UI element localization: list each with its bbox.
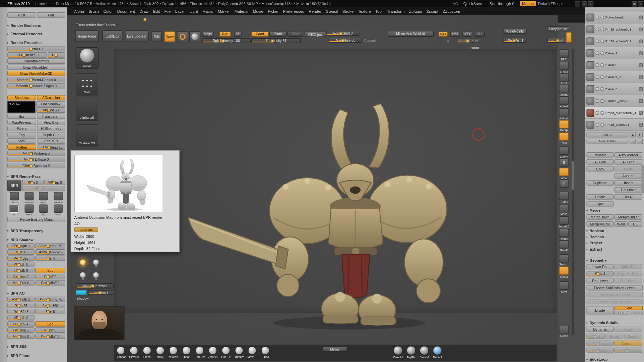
light-intensity-slider[interactable]: Intensity 3.72529 bbox=[76, 283, 114, 289]
autoreorder-button[interactable]: AutoReorder bbox=[615, 152, 642, 158]
dynamic-button[interactable]: Dynamic bbox=[586, 327, 614, 332]
mergevisible-button[interactable]: MergeVisible bbox=[586, 221, 614, 227]
collapse-right-icon[interactable]: › bbox=[588, 1, 593, 7]
polyframe-icon[interactable] bbox=[559, 240, 569, 249]
quicksave-button[interactable]: QuickSave bbox=[463, 1, 482, 6]
rename-button[interactable]: Rename bbox=[586, 152, 614, 158]
menu-item[interactable]: Stencil bbox=[324, 9, 340, 13]
exp-slider[interactable]: Exp 1 bbox=[48, 52, 65, 58]
renderpass-toggle[interactable]: Shaded bbox=[22, 192, 36, 204]
solo-icon[interactable] bbox=[559, 281, 569, 290]
param-slider[interactable]: Angle 8.66825 bbox=[35, 249, 65, 255]
renderpass-toggle[interactable]: Sss bbox=[37, 204, 51, 216]
section-bpr-shadow[interactable]: ▸BPR Shadow bbox=[7, 237, 65, 242]
shelf-move[interactable]: Move bbox=[557, 204, 571, 215]
renderpass-toggle[interactable]: Shadow bbox=[52, 192, 65, 204]
shelf-polyf[interactable]: PolyF bbox=[557, 240, 571, 252]
details-slider[interactable]: Details 3 bbox=[7, 46, 65, 51]
eye-icon[interactable] bbox=[595, 87, 599, 91]
renderpass-thumbnail-icon[interactable] bbox=[24, 204, 34, 213]
menu-item[interactable]: Tool bbox=[373, 9, 385, 13]
shelf-bpr[interactable]: BPR bbox=[557, 49, 571, 61]
polypaint-eye-icon[interactable] bbox=[600, 99, 604, 103]
xyz-symmetry-icon[interactable] bbox=[559, 168, 569, 176]
eye-icon[interactable] bbox=[595, 63, 599, 67]
menu-item[interactable]: Zplugin bbox=[407, 9, 425, 13]
shelf-xpose[interactable]: Xpose bbox=[557, 326, 571, 337]
param-slider[interactable]: LDepth 0 bbox=[7, 268, 35, 273]
divide-button[interactable]: Divide bbox=[586, 306, 614, 315]
local-symmetry-icon[interactable] bbox=[559, 147, 569, 155]
smooth-enhance-slider[interactable]: Smooth Enhance Edges 0 bbox=[7, 83, 65, 89]
shelf-brush-button[interactable]: Move T bbox=[246, 346, 258, 358]
canvas-scroll-handle[interactable] bbox=[471, 47, 479, 49]
subtool-item[interactable]: Pm3d_cylinder3d2_1 bbox=[585, 107, 644, 119]
subtool-option-icon[interactable] bbox=[639, 87, 643, 91]
flatsubdiv-slider[interactable]: FlatSubdiv bbox=[586, 348, 614, 353]
vibrant-slider[interactable]: Vibrant 50 bbox=[36, 107, 65, 113]
param-slider[interactable]: GStrength 0.75 bbox=[35, 297, 65, 302]
transparent-button[interactable]: Transparent bbox=[37, 113, 65, 119]
mirror-indicator-button[interactable]: Mirror bbox=[322, 346, 347, 352]
param-slider[interactable]: Rays 12 bbox=[7, 249, 35, 255]
mirror-axis-z-button[interactable]: >Z< bbox=[462, 32, 472, 37]
subtool-option-icon[interactable] bbox=[639, 39, 643, 43]
param-slider[interactable]: Rays 25 bbox=[7, 303, 35, 308]
shelf-zoom3d[interactable]: Zoom3D bbox=[557, 216, 571, 228]
polypaint-eye-icon[interactable] bbox=[600, 63, 604, 67]
del-higher-button[interactable]: Del Higher bbox=[615, 278, 642, 283]
subtool-item[interactable]: Polysphere1 bbox=[585, 11, 644, 23]
menu-item[interactable]: Texture bbox=[356, 9, 373, 13]
section-render-booleans[interactable]: ▸Render Booleans bbox=[7, 23, 65, 28]
draw-size-slider[interactable]: Draw Size 60 bbox=[329, 38, 362, 43]
uv-button[interactable]: Uv bbox=[628, 221, 642, 227]
lazymouse-button[interactable]: LazyMouse bbox=[547, 26, 569, 31]
menu-item[interactable]: Draw bbox=[137, 9, 151, 13]
zoom-icon[interactable] bbox=[559, 85, 569, 93]
section-edgeloop[interactable]: ▸EdgeLoop bbox=[586, 357, 643, 361]
polypaint-eye-icon[interactable] bbox=[600, 111, 604, 114]
shelf-lsym[interactable]: L.Sym bbox=[557, 147, 571, 158]
shelf-brush-button[interactable]: TrimDy bbox=[233, 346, 245, 358]
shadow-color-swatch[interactable]: S Color bbox=[7, 101, 35, 113]
draw-mode-button[interactable]: Draw bbox=[164, 31, 175, 42]
reuse-existing-maps-button[interactable]: Reuse Existing Maps bbox=[7, 217, 65, 222]
all-low-button[interactable]: All Low bbox=[586, 159, 614, 165]
shelf-material-button[interactable]: BasicM bbox=[392, 346, 404, 359]
section-bpr-filters[interactable]: ▸BPR Filters bbox=[7, 353, 65, 358]
shelf-material-button[interactable]: ToyPla bbox=[405, 346, 417, 359]
canvas-scrollbar-thumb[interactable] bbox=[572, 161, 574, 190]
subtool-item[interactable]: Extract3_copy1 bbox=[585, 95, 644, 107]
shelf-updown[interactable]: ⇅ bbox=[557, 158, 571, 167]
section-boolean[interactable]: ▸Boolean bbox=[586, 228, 643, 233]
menu-item[interactable]: Preferences bbox=[281, 9, 306, 13]
param-slider[interactable]: FStrength 1 bbox=[7, 243, 35, 249]
qgrid-slider[interactable]: QGrid bbox=[586, 333, 604, 339]
subtool-item[interactable]: Pm3d_sphere3d1 bbox=[585, 23, 644, 36]
bpr-icon[interactable] bbox=[559, 49, 569, 58]
subtool-option-icon[interactable] bbox=[639, 28, 643, 31]
ambient-slider[interactable]: Ambient 3 bbox=[88, 290, 114, 295]
renderpass-thumbnail-icon[interactable] bbox=[54, 192, 63, 201]
mirror-axis-m-button[interactable]: M< bbox=[475, 32, 485, 37]
menu-item[interactable]: Material bbox=[232, 9, 251, 13]
section-geometry[interactable]: ▸Geometry bbox=[586, 258, 643, 262]
shelf-persp[interactable]: Persp bbox=[557, 120, 571, 132]
section-bpr-renderpass[interactable]: ▸BPR RenderPass bbox=[7, 174, 65, 179]
param-slider[interactable]: Falloff 0 bbox=[35, 274, 65, 279]
lower-res-button[interactable]: Lower Res bbox=[586, 264, 614, 269]
fog-button[interactable]: Fog bbox=[7, 132, 36, 138]
list-all-button[interactable]: List All bbox=[586, 132, 628, 138]
light-color-swatch[interactable] bbox=[76, 290, 87, 295]
shelf-transp[interactable]: Transp bbox=[557, 254, 571, 266]
materials-blend-slider[interactable]: Materials Blend-Radius 0 bbox=[7, 77, 65, 82]
collapse-left-icon[interactable]: ‹ bbox=[575, 1, 580, 7]
menu-item[interactable]: Marker bbox=[215, 9, 232, 13]
texture-selector-button[interactable]: Texture Off bbox=[76, 124, 98, 146]
global-ambient-slider[interactable]: Global Ambient 0 bbox=[7, 151, 65, 156]
param-slider[interactable]: Blur 8 bbox=[35, 309, 65, 314]
zadd-button[interactable]: Zadd bbox=[251, 32, 268, 37]
apply-button[interactable]: Apply bbox=[615, 327, 642, 332]
draw-micromesh-button[interactable]: Draw MicroMesh bbox=[7, 65, 65, 70]
param-slider[interactable]: Res 5248 bbox=[7, 309, 35, 314]
